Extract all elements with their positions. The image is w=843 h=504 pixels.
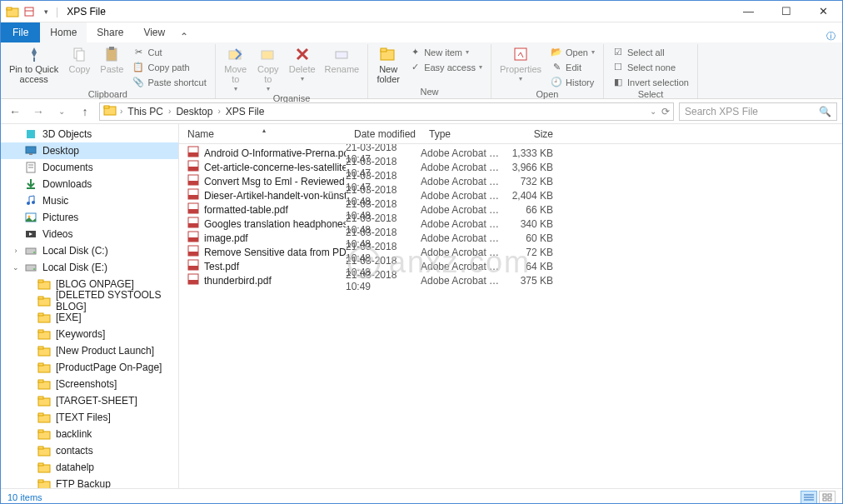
crumb-xps-file[interactable]: XPS File xyxy=(224,106,267,117)
copy-to-button[interactable]: Copy to▾ xyxy=(253,44,283,93)
view-details-button[interactable] xyxy=(801,491,817,504)
nav-item[interactable]: Documents xyxy=(1,159,178,176)
new-folder-icon xyxy=(379,45,397,63)
nav-item[interactable]: Downloads xyxy=(1,176,178,192)
delete-button[interactable]: Delete▾ xyxy=(286,44,319,83)
file-row[interactable]: Convert Msg to Eml - Reviewed by Megh...… xyxy=(179,174,842,188)
select-all-button[interactable]: ☑Select all xyxy=(609,45,692,59)
group-open-label: Open xyxy=(496,89,598,100)
breadcrumb[interactable]: › This PC › Desktop › XPS File ⌄⟳ xyxy=(99,102,674,121)
nav-forward-button[interactable]: → xyxy=(29,102,47,121)
collapse-ribbon-icon[interactable]: ⌃ xyxy=(175,31,193,42)
tab-file[interactable]: File xyxy=(1,22,40,42)
file-row[interactable]: thunderbird.pdf21-03-2018 10:49Adobe Acr… xyxy=(179,273,842,287)
folder-icon xyxy=(37,294,51,307)
crumb-desktop[interactable]: Desktop xyxy=(174,106,214,117)
file-row[interactable]: formatted-table.pdf21-03-2018 10:48Adobe… xyxy=(179,202,842,217)
history-button[interactable]: 🕘History xyxy=(547,75,598,89)
maximize-button[interactable]: ☐ xyxy=(767,1,805,22)
nav-item[interactable]: 3D Objects xyxy=(1,126,178,142)
column-type[interactable]: Type xyxy=(421,128,500,140)
nav-item[interactable]: [Keywords] xyxy=(1,326,178,342)
svg-rect-6 xyxy=(77,51,84,61)
file-row[interactable]: Android O-Informative-Prerna.pdf21-03-20… xyxy=(179,146,842,160)
nav-item[interactable]: backlink xyxy=(1,426,178,442)
pdf-icon xyxy=(187,245,199,259)
nav-item[interactable]: [DELETED SYSTOOLS BLOG] xyxy=(1,292,178,309)
new-folder-button[interactable]: New folder xyxy=(373,44,403,85)
chevron-down-icon[interactable]: ⌄ xyxy=(650,107,656,116)
tab-share[interactable]: Share xyxy=(87,22,133,42)
rename-button[interactable]: Rename xyxy=(322,44,363,75)
nav-item[interactable]: ⌄Local Disk (E:) xyxy=(1,259,178,276)
copy-path-button[interactable]: 📋Copy path xyxy=(129,60,209,74)
paste-shortcut-button[interactable]: 📎Paste shortcut xyxy=(129,75,209,89)
nav-up-button[interactable]: ↑ xyxy=(76,102,94,121)
file-row[interactable]: Remove Sensitive data from PDF-Inform...… xyxy=(179,245,842,259)
expand-icon[interactable]: ⌄ xyxy=(11,263,21,272)
file-size: 375 KB xyxy=(500,275,566,287)
nav-item[interactable]: FTP Backup xyxy=(1,476,178,488)
paste-button[interactable]: Paste xyxy=(97,44,127,75)
nav-item[interactable]: Pictures xyxy=(1,209,178,226)
file-row[interactable]: image.pdf21-03-2018 10:48Adobe Acrobat D… xyxy=(179,231,842,245)
nav-item[interactable]: [New Product Launch] xyxy=(1,342,178,359)
minimize-button[interactable]: — xyxy=(730,1,767,22)
qat-dropdown-icon[interactable]: ▾ xyxy=(39,5,52,18)
nav-item[interactable]: Music xyxy=(1,192,178,209)
group-new-label: New xyxy=(373,87,486,97)
tab-home[interactable]: Home xyxy=(40,22,87,42)
navigation-pane[interactable]: 3D ObjectsDesktopDocumentsDownloadsMusic… xyxy=(1,124,179,488)
close-button[interactable]: ✕ xyxy=(805,1,842,22)
nav-item[interactable]: Videos xyxy=(1,226,178,242)
select-none-button[interactable]: ☐Select none xyxy=(609,60,692,74)
view-icons-button[interactable] xyxy=(819,491,836,504)
nav-item[interactable]: ›Local Disk (C:) xyxy=(1,242,178,259)
nav-back-button[interactable]: ← xyxy=(6,102,24,121)
expand-icon[interactable]: › xyxy=(11,247,21,255)
folder-icon xyxy=(37,394,51,407)
column-size[interactable]: Size xyxy=(500,128,566,140)
file-row[interactable]: Dieser-Artikel-handelt-von-künstlichen-.… xyxy=(179,188,842,202)
help-icon[interactable]: ⓘ xyxy=(820,30,842,42)
crumb-this-pc[interactable]: This PC xyxy=(126,106,165,117)
svg-rect-17 xyxy=(27,130,35,138)
column-headers[interactable]: ▴Name Date modified Type Size xyxy=(179,124,842,144)
file-size: 72 KB xyxy=(500,247,566,258)
svg-rect-18 xyxy=(26,147,36,153)
copy-button[interactable]: Copy xyxy=(64,44,94,75)
open-button[interactable]: 📂Open ▾ xyxy=(547,45,598,59)
file-list[interactable]: anxz.com Android O-Informative-Prerna.pd… xyxy=(179,144,842,488)
nav-item[interactable]: [Screenshots] xyxy=(1,376,178,392)
tab-view[interactable]: View xyxy=(133,22,175,42)
move-to-icon xyxy=(227,45,245,63)
file-row[interactable]: Googles translation headphones are here.… xyxy=(179,217,842,231)
nav-item-label: [ProductPage On-Page] xyxy=(56,362,162,373)
nav-item[interactable]: Desktop xyxy=(1,142,178,159)
file-row[interactable]: Test.pdf21-03-2018 10:48Adobe Acrobat D.… xyxy=(179,259,842,273)
column-name[interactable]: ▴Name xyxy=(179,128,346,140)
move-to-button[interactable]: Move to▾ xyxy=(221,44,251,93)
qat-properties-icon[interactable] xyxy=(22,5,36,18)
new-item-button[interactable]: ✦New item ▾ xyxy=(406,45,486,59)
edit-button[interactable]: ✎Edit xyxy=(547,60,598,74)
refresh-icon[interactable]: ⟳ xyxy=(661,106,670,117)
nav-recent-button[interactable]: ⌄ xyxy=(52,102,71,121)
properties-button[interactable]: Properties▾ xyxy=(496,44,545,83)
nav-item[interactable]: contacts xyxy=(1,442,178,459)
pin-quick-access-button[interactable]: Pin to Quick access xyxy=(6,44,62,85)
nav-item[interactable]: [TEXT Files] xyxy=(1,409,178,426)
file-row[interactable]: Cet-article-concerne-les-satellites-arti… xyxy=(179,160,842,174)
search-input[interactable]: 🔍 xyxy=(679,102,837,121)
nav-item[interactable]: datahelp xyxy=(1,459,178,476)
nav-item[interactable]: [TARGET-SHEET] xyxy=(1,392,178,409)
nav-item[interactable]: [EXE] xyxy=(1,309,178,326)
easy-access-button[interactable]: ✓Easy access ▾ xyxy=(406,60,486,74)
folder-icon xyxy=(37,344,51,357)
svg-rect-38 xyxy=(38,313,43,316)
easy-access-icon: ✓ xyxy=(409,62,421,73)
nav-item[interactable]: [ProductPage On-Page] xyxy=(1,359,178,376)
cut-button[interactable]: ✂Cut xyxy=(129,45,209,59)
column-date[interactable]: Date modified xyxy=(346,128,421,140)
invert-selection-button[interactable]: ◧Invert selection xyxy=(609,75,692,89)
